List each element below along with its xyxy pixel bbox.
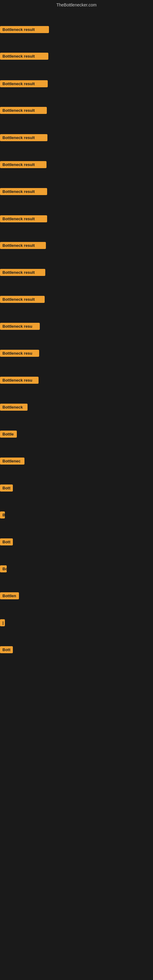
bottleneck-badge-row-7: Bottleneck result bbox=[0, 188, 47, 196]
bottleneck-badge[interactable]: Bottleneck resu bbox=[0, 377, 38, 384]
bottleneck-badge-row-16: Bottle bbox=[0, 431, 17, 439]
bottleneck-badge-row-8: Bottleneck result bbox=[0, 215, 47, 224]
bottleneck-badge-row-9: Bottleneck result bbox=[0, 242, 46, 250]
bottleneck-badge-row-19: B bbox=[0, 511, 5, 520]
bottleneck-badge[interactable]: Bottleneck result bbox=[0, 26, 49, 33]
bottleneck-badge-row-14: Bottleneck resu bbox=[0, 377, 38, 385]
bottleneck-badge[interactable]: Bottleneck result bbox=[0, 296, 45, 303]
bottleneck-badge[interactable]: Bottleneck bbox=[0, 404, 27, 411]
bottleneck-badge-row-6: Bottleneck result bbox=[0, 161, 46, 169]
bottleneck-badge[interactable]: Bottleneck result bbox=[0, 188, 47, 195]
bottleneck-badge[interactable]: | bbox=[0, 619, 5, 626]
bottleneck-badge-row-15: Bottleneck bbox=[0, 404, 27, 412]
bottleneck-badge[interactable]: Bottlenec bbox=[0, 458, 24, 465]
site-title: TheBottlenecker.com bbox=[0, 0, 153, 9]
bottleneck-badge-row-13: Bottleneck resu bbox=[0, 350, 39, 358]
bottleneck-badge[interactable]: Bo bbox=[0, 565, 7, 573]
bottleneck-badge[interactable]: Bottleneck result bbox=[0, 134, 48, 141]
bottleneck-badge-row-23: | bbox=[0, 619, 5, 627]
bottleneck-badge[interactable]: Bott bbox=[0, 646, 13, 653]
bottleneck-badge-row-10: Bottleneck result bbox=[0, 269, 45, 277]
bottleneck-badge[interactable]: B bbox=[0, 511, 5, 519]
bottleneck-badge-row-3: Bottleneck result bbox=[0, 80, 48, 89]
bottleneck-badge-row-5: Bottleneck result bbox=[0, 134, 48, 142]
bottleneck-badge-row-24: Bott bbox=[0, 646, 13, 654]
bottleneck-badge[interactable]: Bottleneck result bbox=[0, 215, 47, 222]
bottleneck-badge[interactable]: Bottleneck result bbox=[0, 242, 46, 249]
bottleneck-badge[interactable]: Bott bbox=[0, 538, 13, 546]
bottleneck-badge[interactable]: Bottlen bbox=[0, 592, 19, 599]
bottleneck-badge-row-1: Bottleneck result bbox=[0, 26, 49, 34]
bottleneck-badge[interactable]: Bottleneck result bbox=[0, 52, 48, 60]
bottleneck-badge[interactable]: Bott bbox=[0, 485, 13, 492]
bottleneck-badge-row-22: Bottlen bbox=[0, 592, 19, 601]
bottleneck-badge-row-20: Bott bbox=[0, 538, 13, 547]
bottleneck-badge[interactable]: Bottleneck result bbox=[0, 80, 48, 87]
bottleneck-badge[interactable]: Bottleneck result bbox=[0, 107, 47, 114]
bottleneck-badge-row-21: Bo bbox=[0, 565, 7, 574]
bottleneck-badge-row-17: Bottlenec bbox=[0, 458, 24, 466]
bottleneck-badge-row-2: Bottleneck result bbox=[0, 52, 48, 61]
bottleneck-badge[interactable]: Bottleneck result bbox=[0, 269, 45, 276]
bottleneck-badge[interactable]: Bottleneck resu bbox=[0, 323, 40, 330]
bottleneck-badge-row-4: Bottleneck result bbox=[0, 107, 47, 115]
bottleneck-badge-row-11: Bottleneck result bbox=[0, 296, 45, 304]
bottleneck-badge[interactable]: Bottle bbox=[0, 431, 17, 438]
bottleneck-badge-row-18: Bott bbox=[0, 485, 13, 493]
bottleneck-badge[interactable]: Bottleneck result bbox=[0, 161, 46, 168]
bottleneck-badge[interactable]: Bottleneck resu bbox=[0, 350, 39, 357]
bottleneck-badge-row-12: Bottleneck resu bbox=[0, 323, 40, 331]
